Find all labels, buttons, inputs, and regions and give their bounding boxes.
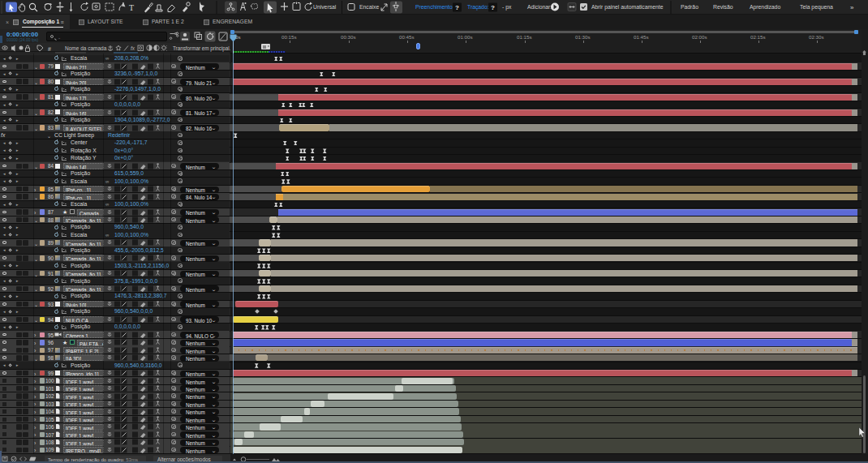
svg-text:#: # (48, 46, 51, 52)
svg-text:fx: fx (131, 45, 135, 51)
svg-text:Nome da camada: Nome da camada (65, 45, 107, 51)
svg-text:Preenchimento:: Preenchimento: (415, 4, 454, 10)
svg-text:Padrão: Padrão (681, 4, 698, 10)
svg-text:Encaixe: Encaixe (359, 4, 379, 10)
svg-text:- px: - px (502, 4, 512, 11)
svg-text:Tela pequena: Tela pequena (800, 4, 833, 11)
svg-text:»: » (850, 4, 854, 11)
svg-text:Revisão: Revisão (713, 4, 733, 10)
svg-text:Universal: Universal (313, 4, 337, 10)
svg-text:Traçado:: Traçado: (467, 4, 489, 11)
svg-text:Adicionar:: Adicionar: (527, 4, 552, 10)
svg-text:Abrir painel automaticamente: Abrir painel automaticamente (591, 4, 664, 11)
svg-text:?: ? (491, 4, 495, 11)
svg-text:T: T (129, 3, 134, 12)
svg-text:Aprendizado: Aprendizado (750, 4, 780, 11)
svg-text:?: ? (455, 4, 459, 11)
